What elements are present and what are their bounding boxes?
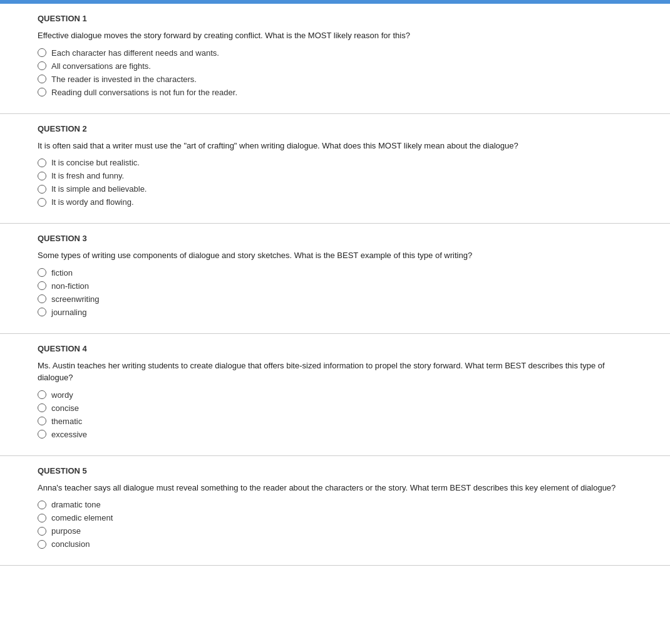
radio-icon[interactable] [38,417,46,425]
option-label: Reading dull conversations is not fun fo… [51,88,237,97]
question-block-1: QUESTION 1 Effective dialogue moves the … [0,4,670,114]
option-label: dramatic tone [51,500,101,509]
option-label: It is wordy and flowing. [51,197,134,207]
option-label: concise [51,403,79,413]
list-item[interactable]: It is wordy and flowing. [38,197,632,207]
radio-icon[interactable] [38,268,46,277]
option-label: conclusion [51,539,90,549]
question-block-4: QUESTION 4 Ms. Austin teaches her writin… [0,334,670,456]
question-5-options: dramatic tone comedic element purpose co… [38,500,632,549]
radio-icon[interactable] [38,61,46,70]
question-block-3: QUESTION 3 Some types of writing use com… [0,224,670,334]
radio-icon[interactable] [38,390,46,399]
radio-icon[interactable] [38,88,46,96]
list-item[interactable]: All conversations are fights. [38,61,632,71]
option-label: It is concise but realistic. [51,158,140,167]
list-item[interactable]: screenwriting [38,294,632,304]
option-label: purpose [51,526,81,536]
list-item[interactable]: excessive [38,430,632,439]
option-label: All conversations are fights. [51,61,151,71]
question-4-label: QUESTION 4 [38,344,632,353]
radio-icon[interactable] [38,430,46,439]
option-label: wordy [51,390,73,400]
list-item[interactable]: conclusion [38,539,632,549]
option-label: thematic [51,417,82,426]
question-1-text: Effective dialogue moves the story forwa… [38,29,632,42]
question-block-5: QUESTION 5 Anna's teacher says all dialo… [0,456,670,566]
list-item[interactable]: The reader is invested in the characters… [38,75,632,84]
option-label: journaling [51,308,86,317]
question-4-options: wordy concise thematic excessive [38,390,632,439]
radio-icon[interactable] [38,198,46,207]
page-container: QUESTION 1 Effective dialogue moves the … [0,0,670,644]
question-5-label: QUESTION 5 [38,466,632,475]
question-2-text: It is often said that a writer must use … [38,140,632,152]
radio-icon[interactable] [38,185,46,194]
radio-icon[interactable] [38,281,46,290]
list-item[interactable]: wordy [38,390,632,400]
radio-icon[interactable] [38,172,46,180]
radio-icon[interactable] [38,294,46,303]
radio-icon[interactable] [38,514,46,522]
option-label: Each character has different needs and w… [51,48,219,58]
radio-icon[interactable] [38,527,46,536]
radio-icon[interactable] [38,158,46,167]
option-label: non-fiction [51,281,89,291]
option-label: The reader is invested in the characters… [51,75,197,84]
radio-icon[interactable] [38,501,46,509]
question-block-2: QUESTION 2 It is often said that a write… [0,114,670,224]
list-item[interactable]: non-fiction [38,281,632,291]
option-label: It is simple and believable. [51,184,147,194]
radio-icon[interactable] [38,540,46,549]
radio-icon[interactable] [38,48,46,57]
list-item[interactable]: It is concise but realistic. [38,158,632,167]
list-item[interactable]: purpose [38,526,632,536]
list-item[interactable]: concise [38,403,632,413]
radio-icon[interactable] [38,403,46,412]
list-item[interactable]: Reading dull conversations is not fun fo… [38,88,632,97]
list-item[interactable]: thematic [38,417,632,426]
radio-icon[interactable] [38,308,46,316]
question-1-options: Each character has different needs and w… [38,48,632,97]
question-1-label: QUESTION 1 [38,14,632,23]
list-item[interactable]: journaling [38,308,632,317]
question-3-text: Some types of writing use components of … [38,249,632,262]
question-2-label: QUESTION 2 [38,124,632,133]
question-3-options: fiction non-fiction screenwriting journa… [38,268,632,317]
option-label: screenwriting [51,294,100,304]
question-5-text: Anna's teacher says all dialogue must re… [38,482,632,494]
option-label: It is fresh and funny. [51,171,124,180]
question-4-text: Ms. Austin teaches her writing students … [38,360,632,384]
list-item[interactable]: It is simple and believable. [38,184,632,194]
radio-icon[interactable] [38,75,46,83]
option-label: fiction [51,268,73,278]
question-2-options: It is concise but realistic. It is fresh… [38,158,632,207]
list-item[interactable]: fiction [38,268,632,278]
question-3-label: QUESTION 3 [38,234,632,243]
list-item[interactable]: comedic element [38,513,632,522]
option-label: excessive [51,430,87,439]
list-item[interactable]: It is fresh and funny. [38,171,632,180]
list-item[interactable]: dramatic tone [38,500,632,509]
list-item[interactable]: Each character has different needs and w… [38,48,632,58]
option-label: comedic element [51,513,113,522]
